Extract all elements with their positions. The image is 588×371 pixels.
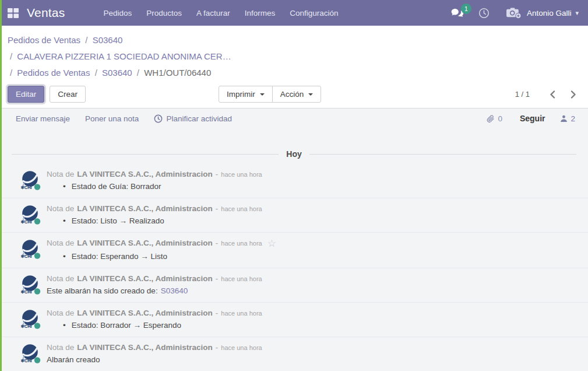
author-avatar[interactable]: ✻CHI <box>20 204 41 225</box>
attachments-count: 0 <box>498 114 502 123</box>
message-prefix: Nota de <box>47 309 74 317</box>
pager: 1 / 1 <box>515 90 576 99</box>
action-dropdowns: Imprimir Acción <box>219 86 321 103</box>
caret-down-icon <box>260 93 265 96</box>
control-panel: Editar Crear Imprimir Acción 1 / 1 <box>0 82 588 108</box>
message-prefix: Nota de <box>47 204 74 213</box>
menu-pedidos[interactable]: Pedidos <box>103 9 132 18</box>
message-author[interactable]: LA VINITECA S.A.C., Administracion <box>77 204 213 213</box>
user-menu[interactable]: Antonio Galli ▾ <box>506 6 579 19</box>
edit-button[interactable]: Editar <box>8 86 44 103</box>
window-edge-highlight <box>0 0 2 371</box>
bullet-icon: • <box>63 321 66 330</box>
message-prefix: Nota de <box>47 239 74 247</box>
apps-menu-icon[interactable] <box>8 8 19 18</box>
bullet-icon: • <box>63 182 66 191</box>
action-dropdown-button[interactable]: Acción <box>272 86 322 103</box>
message-author[interactable]: LA VINITECA S.A.C., Administracion <box>77 274 213 283</box>
message-timestamp: hace una hora <box>221 310 262 317</box>
author-avatar[interactable]: ✻CHI <box>20 309 41 330</box>
svg-text:✻CHI: ✻CHI <box>21 324 32 329</box>
pager-previous-icon[interactable] <box>550 90 555 99</box>
svg-text:✻CHI: ✻CHI <box>21 289 32 295</box>
chatter-toolbar-right: 0 Seguir 2 <box>487 114 575 123</box>
message-author[interactable]: LA VINITECA S.A.C., Administracion <box>77 239 213 247</box>
message-list: ✻CHI Nota de LA VINITECA S.A.C., Adminis… <box>0 164 588 371</box>
message-content: • Estado: Listo → Realizado <box>47 216 576 225</box>
breadcrumb: Pedidos de Ventas / S03640 / CALAVERA PI… <box>0 26 588 82</box>
menu-a-facturar[interactable]: A facturar <box>196 9 230 18</box>
message-prefix: Nota de <box>47 343 74 352</box>
create-button[interactable]: Crear <box>50 86 86 103</box>
caret-down-icon <box>308 93 313 96</box>
print-dropdown-button[interactable]: Imprimir <box>219 86 273 103</box>
breadcrumb-current-wh1-out: WH1/OUT/06440 <box>144 68 211 78</box>
schedule-activity-button[interactable]: Planificar actividad <box>154 114 232 123</box>
message-row: ✻CHI Nota de LA VINITECA S.A.C., Adminis… <box>0 337 588 371</box>
breadcrumb-separator: / <box>95 68 97 78</box>
breadcrumb-separator: / <box>10 51 12 61</box>
message-row: ✻CHI Nota de LA VINITECA S.A.C., Adminis… <box>0 164 588 198</box>
message-content: Este albarán ha sido creado de: S03640 <box>47 286 576 295</box>
author-avatar[interactable]: ✻CHI <box>20 239 41 260</box>
top-navbar: Ventas Pedidos Productos A facturar Info… <box>0 0 588 26</box>
breadcrumb-s03640-2[interactable]: S03640 <box>102 68 132 78</box>
message-author[interactable]: LA VINITECA S.A.C., Administracion <box>77 170 213 178</box>
breadcrumb-separator: / <box>137 68 139 78</box>
pager-next-icon[interactable] <box>571 90 576 99</box>
chatter-toolbar: Enviar mensaje Poner una nota Planificar… <box>0 108 588 128</box>
breadcrumb-customer[interactable]: CALAVERA PIZZERIA 1 SOCIEDAD ANONIMA CER… <box>17 51 231 61</box>
message-content: • Estado: Borrador → Esperando <box>47 321 576 330</box>
message-author[interactable]: LA VINITECA S.A.C., Administracion <box>77 309 213 317</box>
followers-count: 2 <box>571 114 575 123</box>
app-title[interactable]: Ventas <box>27 6 65 20</box>
bullet-icon: • <box>63 252 66 261</box>
message-content: Albarán creado <box>47 355 576 364</box>
message-row: ✻CHI Nota de LA VINITECA S.A.C., Adminis… <box>0 198 588 232</box>
message-content: • Estado de Guía: Borrador <box>47 182 576 191</box>
clock-icon <box>154 114 163 123</box>
breadcrumb-row-2: / CALAVERA PIZZERIA 1 SOCIEDAD ANONIMA C… <box>8 48 579 65</box>
breadcrumb-pedidos-de-ventas[interactable]: Pedidos de Ventas <box>8 35 80 45</box>
star-icon[interactable]: ☆ <box>267 239 276 249</box>
svg-text:✻CHI: ✻CHI <box>21 219 32 225</box>
message-prefix: Nota de <box>47 170 74 178</box>
follow-button[interactable]: Seguir <box>520 114 545 123</box>
followers-button[interactable]: 2 <box>560 114 575 123</box>
svg-text:✻CHI: ✻CHI <box>21 185 32 190</box>
message-timestamp: hace una hora <box>221 275 262 282</box>
breadcrumb-pedidos-de-ventas-2[interactable]: Pedidos de Ventas <box>17 68 90 78</box>
breadcrumb-separator: / <box>85 35 87 45</box>
message-author[interactable]: LA VINITECA S.A.C., Administracion <box>77 343 213 352</box>
message-prefix: Nota de <box>47 274 74 283</box>
paperclip-icon <box>487 114 495 123</box>
attachments-button[interactable]: 0 <box>487 114 502 123</box>
main-menu: Pedidos Productos A facturar Informes Co… <box>103 9 353 18</box>
messages-icon[interactable]: 1 <box>450 8 464 18</box>
author-avatar[interactable]: ✻CHI <box>20 274 41 295</box>
activities-icon[interactable] <box>478 8 490 19</box>
chatter: Enviar mensaje Poner una nota Planificar… <box>0 108 588 371</box>
breadcrumb-row-3: / Pedidos de Ventas / S03640 / WH1/OUT/0… <box>8 65 579 81</box>
author-avatar[interactable]: ✻CHI <box>20 170 41 191</box>
odoo-sales-screen: Ventas Pedidos Productos A facturar Info… <box>0 0 588 371</box>
messages-count-badge: 1 <box>461 4 471 14</box>
person-icon <box>560 115 568 123</box>
user-avatar-placeholder-icon <box>506 6 522 19</box>
send-message-button[interactable]: Enviar mensaje <box>16 114 70 123</box>
menu-informes[interactable]: Informes <box>245 9 276 18</box>
breadcrumb-separator: / <box>10 68 12 78</box>
message-content: • Estado: Esperando → Listo <box>47 252 576 261</box>
bullet-icon: • <box>63 216 66 225</box>
author-avatar[interactable]: ✻CHI <box>20 343 41 364</box>
menu-configuracion[interactable]: Configuración <box>290 9 338 18</box>
message-timestamp: hace una hora <box>221 344 262 351</box>
breadcrumb-row-1: Pedidos de Ventas / S03640 <box>8 32 579 48</box>
message-timestamp: hace una hora <box>221 240 262 247</box>
log-note-button[interactable]: Poner una nota <box>85 114 139 123</box>
svg-text:✻CHI: ✻CHI <box>21 254 32 259</box>
pager-count: 1 / 1 <box>515 90 530 99</box>
menu-productos[interactable]: Productos <box>146 9 182 18</box>
source-document-link[interactable]: S03640 <box>161 286 188 295</box>
breadcrumb-s03640[interactable]: S03640 <box>93 35 123 45</box>
